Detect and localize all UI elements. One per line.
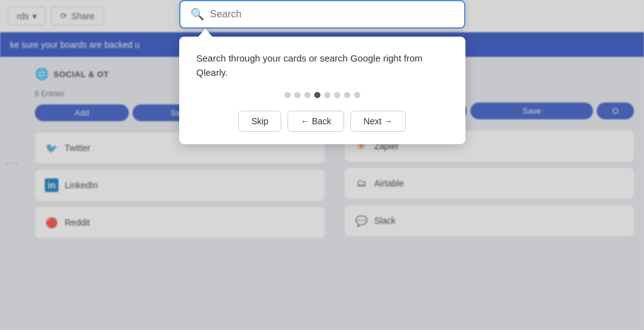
dot-5 <box>324 92 330 98</box>
dot-1 <box>284 92 291 98</box>
dot-6 <box>334 92 340 98</box>
tooltip-arrow <box>198 29 213 37</box>
tooltip-buttons: Skip ← Back Next → <box>197 111 448 132</box>
back-button[interactable]: ← Back <box>287 111 344 132</box>
dot-8 <box>354 92 360 98</box>
dot-3 <box>304 92 310 98</box>
next-button[interactable]: Next → <box>350 111 406 132</box>
modal-overlay: 🔍 Search through your cards or search Go… <box>0 0 644 330</box>
skip-button[interactable]: Skip <box>238 111 281 132</box>
dot-7 <box>344 92 350 98</box>
search-input[interactable] <box>210 9 454 20</box>
tooltip-text: Search through your cards or search Goog… <box>197 52 448 80</box>
dot-4-active <box>314 92 320 98</box>
search-icon: 🔍 <box>190 7 204 21</box>
dot-2 <box>294 92 301 98</box>
pagination-dots <box>197 92 448 98</box>
popup-container: 🔍 Search through your cards or search Go… <box>179 0 465 144</box>
tooltip-box: Search through your cards or search Goog… <box>179 37 465 144</box>
search-bar[interactable]: 🔍 <box>179 0 465 29</box>
